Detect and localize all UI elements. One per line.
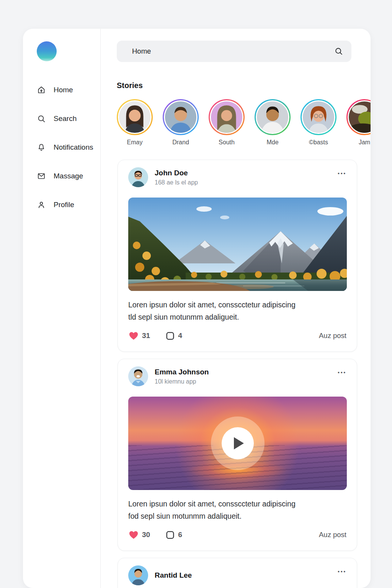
post-meta: 10l kiemnu app [155, 378, 209, 385]
user-icon [37, 200, 46, 209]
post-author-block: John Doe 168 ae ls el app [155, 169, 198, 186]
post-footer-link[interactable]: Auz post [319, 531, 346, 539]
comment-count: 4 [178, 332, 182, 340]
app-window: Home Search Notifications Massage [23, 29, 371, 588]
post-author-block: Emma Johnson 10l kiemnu app [155, 368, 209, 385]
story-avatar [256, 100, 289, 134]
post-card: John Doe 168 ae ls el app ••• [118, 160, 357, 352]
play-overlay [211, 416, 265, 470]
post-header: Rantid Lee ••• [128, 565, 346, 585]
post-card: Rantid Lee ••• [118, 558, 357, 588]
story-item[interactable]: Mde [255, 99, 291, 146]
story-item[interactable]: Jam [346, 99, 371, 146]
sidebar-item-home[interactable]: Home [37, 84, 100, 96]
comment-button[interactable] [165, 331, 175, 341]
post-author[interactable]: John Doe [155, 169, 198, 177]
post-actions: 30 6 Auz post [128, 529, 346, 541]
story-ring [209, 99, 245, 135]
sidebar-item-label: Massage [54, 172, 83, 180]
story-ring [163, 99, 199, 135]
story-item[interactable]: ©basts [301, 99, 336, 146]
search-input[interactable] [117, 47, 335, 56]
search-bar [117, 41, 351, 62]
main-content: Stories Emay [101, 29, 371, 588]
sidebar: Home Search Notifications Massage [23, 29, 101, 588]
story-avatar [210, 100, 243, 134]
post-menu-button[interactable]: ••• [338, 369, 346, 375]
story-avatar [118, 100, 152, 134]
post-menu-button[interactable]: ••• [338, 170, 346, 176]
caption-line: Loren ipsun dolor sit amet, consscctetur… [128, 498, 346, 510]
caption-line: fod sepl siun motunmm adaliqueit. [128, 510, 346, 522]
avatar[interactable] [128, 366, 148, 386]
post-menu-button[interactable]: ••• [338, 568, 346, 574]
caption-line: Loren ipsun dolor sit amet, consscctetur… [128, 299, 346, 311]
story-ring [301, 99, 336, 135]
sidebar-item-label: Search [54, 114, 77, 123]
sidebar-item-massage[interactable]: Massage [37, 170, 100, 182]
comment-button[interactable] [165, 530, 175, 540]
story-name: South [209, 139, 245, 146]
post-caption: Loren ipsun dolor sit amet, consscctetur… [128, 299, 346, 323]
story-name: ©basts [301, 139, 336, 146]
search-icon[interactable] [335, 47, 343, 56]
post-image-mountain[interactable] [128, 198, 347, 291]
post-card: Emma Johnson 10l kiemnu app ••• Loren ip… [118, 359, 357, 551]
story-ring [117, 99, 153, 135]
sidebar-item-label: Profile [54, 201, 74, 209]
feed: John Doe 168 ae ls el app ••• [118, 160, 371, 588]
play-button[interactable] [222, 427, 254, 459]
like-button[interactable] [128, 529, 139, 540]
story-avatar [348, 100, 371, 134]
mail-icon [37, 172, 46, 181]
comment-count: 6 [178, 531, 182, 539]
search-icon [37, 114, 46, 123]
sidebar-item-label: Notifications [54, 143, 93, 152]
sidebar-item-search[interactable]: Search [37, 113, 100, 124]
stories-row: Emay Drand [117, 99, 371, 146]
app-logo[interactable] [37, 41, 57, 61]
story-name: Drand [163, 139, 199, 146]
story-avatar [164, 100, 198, 134]
post-meta: 168 ae ls el app [155, 179, 198, 186]
story-name: Emay [117, 139, 153, 146]
avatar[interactable] [128, 565, 148, 585]
post-header: John Doe 168 ae ls el app ••• [128, 167, 346, 187]
bell-icon [37, 143, 46, 152]
sidebar-item-profile[interactable]: Profile [37, 199, 100, 211]
avatar[interactable] [128, 167, 148, 187]
like-count: 30 [142, 531, 150, 539]
stories-heading: Stories [117, 81, 371, 90]
home-icon [37, 85, 46, 95]
like-count: 31 [142, 332, 150, 340]
story-item[interactable]: South [209, 99, 245, 146]
sidebar-nav: Home Search Notifications Massage [37, 84, 100, 211]
story-name: Mde [255, 139, 291, 146]
story-ring [346, 99, 371, 135]
sidebar-item-label: Home [54, 86, 73, 94]
post-actions: 31 4 Auz post [128, 330, 346, 341]
post-footer-link[interactable]: Auz post [319, 332, 346, 340]
post-author[interactable]: Emma Johnson [155, 368, 209, 376]
story-item[interactable]: Drand [163, 99, 199, 146]
story-name: Jam [346, 139, 371, 146]
post-caption: Loren ipsun dolor sit amet, consscctetur… [128, 498, 346, 522]
post-author-block: Rantid Lee [155, 571, 192, 580]
caption-line: tld sepl siun motunmm adaligueit. [128, 311, 346, 323]
story-ring [255, 99, 291, 135]
post-header: Emma Johnson 10l kiemnu app ••• [128, 366, 346, 386]
story-avatar [302, 100, 335, 134]
sidebar-item-notifications[interactable]: Notifications [37, 142, 100, 153]
story-item[interactable]: Emay [117, 99, 153, 146]
post-video-sunset[interactable] [128, 397, 347, 490]
like-button[interactable] [128, 330, 139, 341]
post-author[interactable]: Rantid Lee [155, 571, 192, 580]
play-icon [234, 437, 244, 449]
